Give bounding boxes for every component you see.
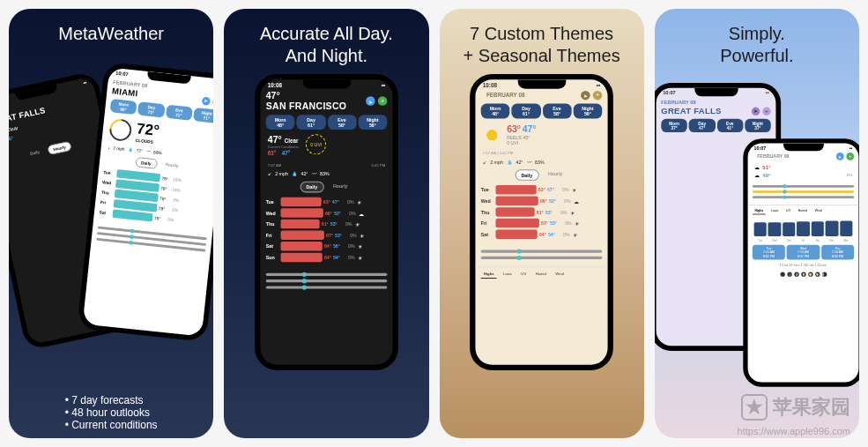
toggle-hourly[interactable]: Hourly [160,160,184,172]
pressure-row: 10 hrs 43 mins 1.032 mb 1.00 atm [748,262,859,269]
pill-morn[interactable]: Morn48° [481,104,510,119]
day-row[interactable]: Tue63°47°0%☀ [266,197,388,207]
toggle-daily[interactable]: Daily [135,157,158,169]
pill-night[interactable]: Night56° [574,104,603,119]
pill-day[interactable]: Day47° [689,119,716,132]
status-time: 10:08 [268,82,282,87]
weather-icon: ☀ [357,243,364,250]
toggle-daily[interactable]: Daily [25,146,46,160]
tab-wind[interactable]: Wind [812,207,824,215]
slider[interactable] [753,190,854,193]
toggle-hourly[interactable]: Hourly [543,169,568,181]
pill-night[interactable]: Night56° [358,115,387,130]
bar [280,253,322,263]
add-icon[interactable]: + [212,97,213,106]
add-icon[interactable]: + [846,153,854,160]
status-icons: •• [849,145,853,150]
pill-eve[interactable]: Eve58° [543,104,572,119]
slider[interactable] [481,257,603,259]
tab-highs[interactable]: Highs [481,270,497,279]
toggle-hourly[interactable]: Hourly [327,182,352,193]
toggle-hourly[interactable]: Hourly [47,141,72,156]
location-icon[interactable]: ➤ [202,96,211,105]
location-icon[interactable]: ➤ [752,107,760,115]
pill-eve[interactable]: Eve58° [327,115,356,130]
day-row[interactable]: Fri67°53°0%☀ [266,230,388,240]
day-row[interactable]: Sat64°54°0%☀ [481,229,603,239]
pill-day[interactable]: Day61° [512,104,541,119]
pill-morn[interactable]: Morn37° [661,119,687,132]
weather-icon: ☁ [573,197,580,204]
solar-card[interactable]: Tue7:15 AM8:02 PM [753,245,785,260]
tab-wind[interactable]: Wind [553,270,567,279]
screen: 10:07•• FEBRUARY 08 ➤ + ☁ 51° ☁ 49° 0% [748,143,859,382]
day-row[interactable]: Sat64°56°0%☀ [266,242,388,251]
bar [496,207,535,217]
pill-night[interactable]: Night71° [193,108,213,123]
pill-morn[interactable]: Morn69° [110,99,137,115]
screen: 10:07•• FEBRUARY 08 MIAMI ➤ + Morn69° Da… [83,67,213,336]
add-icon[interactable]: + [378,96,388,106]
wind-icon: ↙ [268,171,271,176]
location-icon[interactable]: ➤ [836,153,844,160]
pill-eve[interactable]: Eve41° [716,119,743,132]
tab-uv[interactable]: UV [783,207,792,215]
slider[interactable] [481,250,603,253]
bullet: Current conditions [65,419,158,431]
pill-day[interactable]: Day61° [297,115,326,130]
weather-icon: ☀ [574,220,581,226]
humidity: 83% [320,171,330,176]
weather-icon: ☀ [571,187,578,193]
bar [280,197,321,207]
day-row[interactable]: Thu61°53°0%☀ [481,207,603,217]
solar-card[interactable]: Thu7:14 AM8:03 PM [821,245,854,260]
tab-lows[interactable]: Lows [768,207,781,215]
weather-icon: ☀ [356,198,363,205]
day-row[interactable]: Thu61°53°0%☀ [266,220,388,228]
tab-humid[interactable]: Humid [533,270,549,279]
sunrise: 7:07 AM [268,163,281,168]
pill-eve[interactable]: Eve71° [166,105,193,121]
precip-icon: 💧 [128,147,133,153]
pill-day[interactable]: Day72° [137,101,165,117]
moon-icon: 🌓 [794,272,798,277]
add-icon[interactable]: + [762,107,771,115]
screen: 10:08•• 47° SAN FRANCISCO ➤ + Morn48° Da… [260,79,392,364]
slider[interactable] [266,279,388,282]
slider[interactable] [753,185,854,188]
date: FEBRUARY 08 [656,98,775,107]
tab-highs[interactable]: Highs [753,207,766,215]
status-icons: •• [766,91,769,96]
slider[interactable] [753,196,854,198]
day-row[interactable]: Wed66°52°0%☁ [266,208,388,218]
day-row[interactable]: Tue63°47°0%☀ [481,185,603,195]
pill-night[interactable]: Night37° [745,119,771,132]
day-row[interactable]: Wed66°52°0%☁ [481,197,603,206]
cur-temp: 47° Clear [268,134,299,145]
add-icon[interactable]: + [593,91,603,100]
tab-lows[interactable]: Lows [501,270,515,279]
solar-card[interactable]: Wed7:15 AM8:02 PM [787,245,820,260]
status-time: 10:07 [754,145,767,150]
uvi: 0 UVI [507,140,537,145]
day-label: Mon [840,240,852,243]
hi: 63° [268,151,277,156]
location-icon[interactable]: ➤ [366,96,375,106]
day-row[interactable]: Fri67°53°0%☀ [481,219,603,228]
pill-morn[interactable]: Morn48° [266,115,295,130]
slider[interactable] [266,286,388,288]
day-row[interactable]: Sun64°54°0%☀ [266,253,388,263]
lo: 47° [523,124,537,135]
slider[interactable] [266,273,388,276]
toggle-daily[interactable]: Daily [515,169,538,181]
wind: 2 mph [490,160,503,165]
hi: 51° [762,164,770,170]
wind-icon: ↙ [483,160,486,165]
tab-humid[interactable]: Humid [796,207,809,215]
location-icon[interactable]: ➤ [581,91,590,100]
toggle-daily[interactable]: Daily [300,182,323,193]
weather-icon: ☀ [359,232,366,238]
notch [694,88,738,97]
day-label: Tue [754,240,767,243]
tab-uv[interactable]: UV [518,270,529,279]
